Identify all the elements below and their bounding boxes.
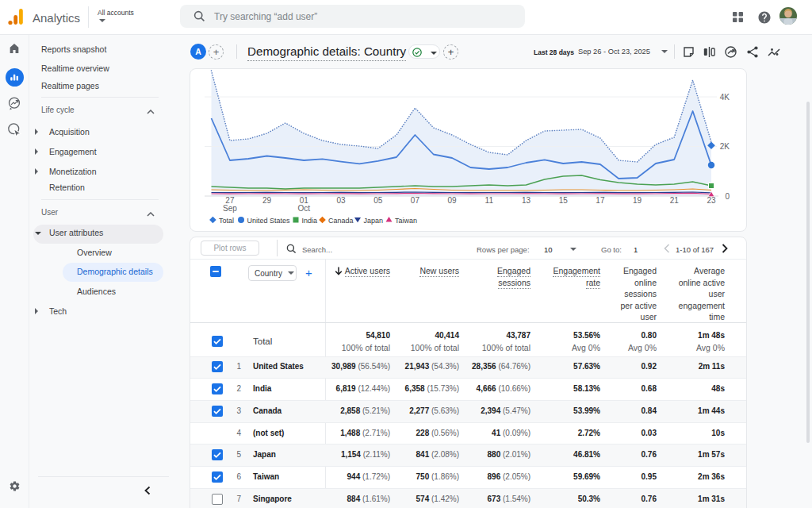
svg-text:Canada: Canada — [328, 217, 354, 225]
svg-text:29: 29 — [262, 196, 272, 205]
svg-text:11: 11 — [485, 196, 494, 205]
svg-text:India: India — [302, 217, 318, 225]
svg-text:01: 01 — [300, 196, 309, 205]
svg-text:23: 23 — [707, 196, 716, 205]
svg-text:2K: 2K — [720, 142, 730, 151]
svg-text:21: 21 — [670, 196, 680, 205]
svg-text:19: 19 — [633, 196, 642, 205]
svg-text:27: 27 — [225, 196, 235, 205]
svg-text:Sep: Sep — [223, 204, 237, 213]
svg-text:15: 15 — [559, 196, 569, 205]
svg-text:03: 03 — [336, 196, 346, 205]
svg-text:13: 13 — [522, 196, 531, 205]
svg-text:Taiwan: Taiwan — [395, 217, 417, 225]
svg-text:07: 07 — [411, 196, 420, 205]
svg-text:05: 05 — [373, 196, 383, 205]
svg-text:17: 17 — [596, 196, 605, 205]
svg-text:0: 0 — [725, 192, 730, 201]
svg-text:United States: United States — [247, 217, 291, 225]
svg-text:Japan: Japan — [364, 217, 384, 225]
svg-text:4K: 4K — [720, 93, 730, 102]
svg-text:Oct: Oct — [297, 204, 310, 213]
svg-text:09: 09 — [448, 196, 458, 205]
svg-text:Total: Total — [219, 217, 234, 225]
